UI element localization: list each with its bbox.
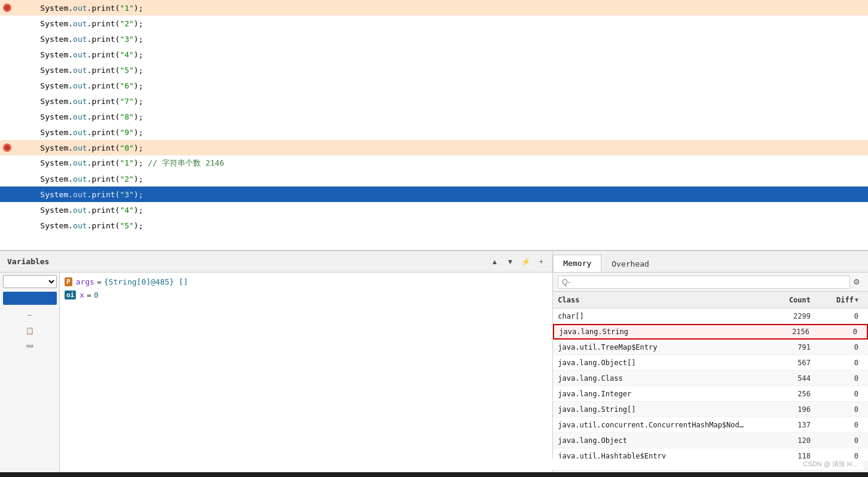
watermark: CSDN @ 清玫 H… bbox=[548, 458, 863, 470]
memory-table: Class Count Diff ▼ char[] 2299 0 java.la… bbox=[553, 292, 868, 461]
variables-title: Variables bbox=[7, 257, 49, 266]
code-line: System.out.print("1"); // 字符串个数 2146 bbox=[0, 155, 868, 171]
mem-count-value: 196 bbox=[744, 405, 815, 414]
move-up-button[interactable]: ▲ bbox=[488, 255, 501, 268]
variables-toolbar: Variables ▲ ▼ ⚡ + bbox=[0, 251, 552, 273]
memory-settings-button[interactable]: ⚙ bbox=[850, 276, 863, 289]
memory-row: java.lang.Object[] 567 0 bbox=[553, 355, 868, 371]
glasses-button[interactable]: 👓 bbox=[23, 340, 36, 353]
mem-class-name: java.lang.Integer bbox=[558, 390, 744, 398]
var-name: x bbox=[80, 291, 84, 299]
frame-dropdown[interactable] bbox=[3, 275, 57, 288]
mem-class-name: java.lang.Class bbox=[558, 374, 744, 383]
var-name: args bbox=[76, 277, 94, 286]
mem-class-name: java.lang.Object[] bbox=[558, 359, 744, 367]
mem-diff-value: 0 bbox=[815, 312, 863, 320]
code-line: System.out.print("2"); bbox=[0, 171, 868, 186]
variable-item: P args = {String[0]@485} [] bbox=[60, 275, 552, 288]
code-line: System.out.print("4"); bbox=[0, 202, 868, 218]
code-line: System.out.print("5"); bbox=[0, 62, 868, 78]
mem-class-name: java.lang.String bbox=[559, 328, 742, 336]
table-header: Class Count Diff ▼ bbox=[553, 292, 868, 308]
variables-list: P args = {String[0]@485} [] oi x = 0 bbox=[60, 273, 552, 472]
mem-class-name: char[] bbox=[558, 312, 744, 320]
mem-class-name: java.util.concurrent.ConcurrentHashMap$N… bbox=[558, 421, 744, 429]
memory-panel: MemoryOverhead ⚙ Class Count Diff ▼ char… bbox=[553, 251, 868, 472]
mem-count-value: 120 bbox=[744, 436, 815, 445]
sort-arrow-icon: ▼ bbox=[855, 296, 858, 303]
mem-count-value: 544 bbox=[744, 374, 815, 383]
mem-diff-value: 0 bbox=[815, 343, 863, 351]
copy-button[interactable]: 📋 bbox=[23, 324, 36, 337]
code-line: System.out.print("0"); bbox=[0, 140, 868, 155]
code-line: System.out.print("6"); bbox=[0, 78, 868, 93]
add-button[interactable]: + bbox=[534, 255, 548, 268]
code-line: System.out.print("3"); bbox=[0, 186, 868, 202]
memory-row: java.lang.String 2156 0 bbox=[553, 324, 868, 340]
mem-diff-value: 0 bbox=[815, 390, 863, 398]
memory-row: java.util.concurrent.ConcurrentHashMap$N… bbox=[553, 417, 868, 433]
count-header: Count bbox=[744, 296, 815, 304]
code-line: System.out.print("4"); bbox=[0, 47, 868, 62]
memory-row: java.lang.String[] 196 0 bbox=[553, 402, 868, 417]
memory-row: java.util.TreeMap$Entry 791 0 bbox=[553, 340, 868, 355]
mem-count-value: 2156 bbox=[742, 328, 814, 336]
memory-tab-overhead[interactable]: Overhead bbox=[601, 255, 659, 272]
left-toolbar: − 📋 👓 bbox=[0, 273, 60, 472]
mem-class-name: java.util.TreeMap$Entry bbox=[558, 343, 744, 351]
memory-row: char[] 2299 0 bbox=[553, 308, 868, 324]
var-type-badge: oi bbox=[65, 291, 76, 299]
minus-button[interactable]: − bbox=[23, 308, 36, 322]
mem-count-value: 2299 bbox=[744, 312, 815, 320]
code-line: System.out.print("1"); bbox=[0, 0, 868, 16]
mem-diff-value: 0 bbox=[815, 359, 863, 367]
mem-class-name: java.lang.Object bbox=[558, 436, 744, 445]
diff-header: Diff ▼ bbox=[815, 296, 863, 304]
mem-count-value: 256 bbox=[744, 390, 815, 398]
mem-diff-value: 0 bbox=[814, 328, 862, 336]
code-editor: System.out.print("1"); System.out.print(… bbox=[0, 0, 868, 251]
memory-tab-memory[interactable]: Memory bbox=[553, 255, 601, 272]
variable-item: oi x = 0 bbox=[60, 288, 552, 301]
class-header: Class bbox=[558, 296, 744, 304]
code-line: System.out.print("9"); bbox=[0, 124, 868, 140]
mem-diff-value: 0 bbox=[815, 405, 863, 414]
memory-tabs: MemoryOverhead bbox=[553, 251, 868, 273]
memory-row: java.lang.Class 544 0 bbox=[553, 371, 868, 386]
breakpoint-icon bbox=[1, 142, 13, 154]
var-value: 0 bbox=[94, 291, 99, 299]
memory-row: java.lang.Integer 256 0 bbox=[553, 386, 868, 402]
mem-count-value: 791 bbox=[744, 343, 815, 351]
selected-frame-bar bbox=[3, 292, 57, 305]
mem-count-value: 567 bbox=[744, 359, 815, 367]
code-line: System.out.print("8"); bbox=[0, 109, 868, 124]
search-row: ⚙ bbox=[553, 273, 868, 292]
filter-button[interactable]: ⚡ bbox=[519, 255, 532, 268]
memory-row: java.lang.Object 120 0 bbox=[553, 433, 868, 448]
code-line: System.out.print("7"); bbox=[0, 93, 868, 109]
mem-class-name: java.lang.String[] bbox=[558, 405, 744, 414]
mem-diff-value: 0 bbox=[815, 436, 863, 445]
variables-content: − 📋 👓 P args = {String[0]@485} [] oi x =… bbox=[0, 273, 552, 472]
code-line: System.out.print("2"); bbox=[0, 16, 868, 31]
var-type-badge: P bbox=[65, 277, 72, 286]
memory-search-input[interactable] bbox=[558, 276, 850, 289]
code-line: System.out.print("5"); bbox=[0, 218, 868, 233]
var-value: {String[0]@485} [] bbox=[104, 277, 188, 286]
move-down-button[interactable]: ▼ bbox=[503, 255, 516, 268]
breakpoint-icon bbox=[1, 2, 13, 14]
bottom-panel: Variables ▲ ▼ ⚡ + − 📋 👓 P args = {String… bbox=[0, 251, 868, 472]
code-line: System.out.print("3"); bbox=[0, 31, 868, 47]
variables-panel: Variables ▲ ▼ ⚡ + − 📋 👓 P args = {String… bbox=[0, 251, 553, 472]
mem-diff-value: 0 bbox=[815, 421, 863, 429]
mem-count-value: 137 bbox=[744, 421, 815, 429]
mem-diff-value: 0 bbox=[815, 374, 863, 383]
memory-rows-container: char[] 2299 0 java.lang.String 2156 0 ja… bbox=[553, 308, 868, 461]
